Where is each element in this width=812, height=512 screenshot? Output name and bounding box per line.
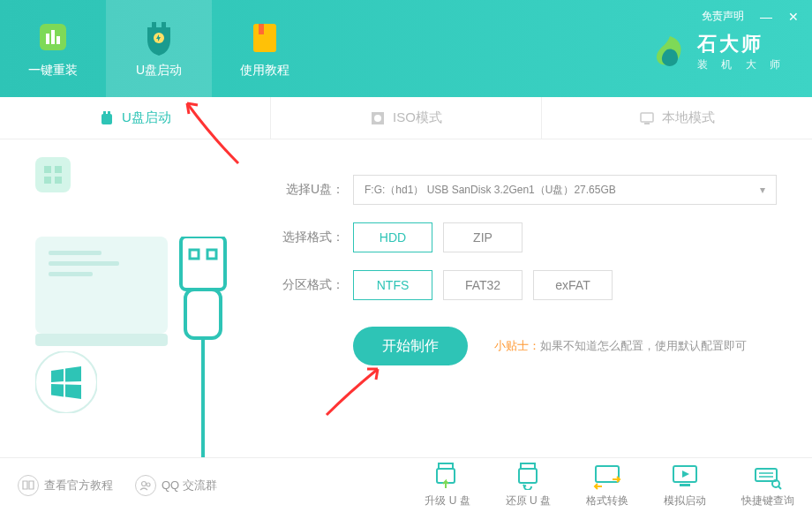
svg-rect-11 [102,114,112,124]
tool-restore-usb[interactable]: 还原 U 盘 [506,462,551,508]
nav-reinstall[interactable]: 一键重装 [0,0,106,97]
svg-rect-3 [56,36,60,44]
svg-line-44 [778,486,781,489]
qq-group-link[interactable]: QQ 交流群 [135,475,217,496]
svg-rect-22 [35,334,168,346]
window-controls: 免责声明 — ✕ [702,9,799,24]
simulate-icon [671,462,699,490]
svg-rect-15 [644,123,650,124]
tool-upgrade-usb[interactable]: 升级 U 盘 [425,462,470,508]
keyboard-search-icon [754,462,782,490]
svg-point-13 [374,115,381,122]
partition-label: 分区格式： [274,277,344,293]
svg-rect-2 [51,30,55,44]
svg-rect-29 [207,250,216,259]
usb-select-dropdown[interactable]: F:G:（hd1） USB SanDisk 3.2Gen1（U盘）27.65GB… [353,175,777,205]
brand: 石大师 装 机 大 师 [651,31,786,72]
tab-usb-boot[interactable]: U盘启动 [0,97,270,139]
svg-rect-23 [49,251,102,255]
svg-rect-28 [190,250,199,259]
usb-select-row: 选择U盘： F:G:（hd1） USB SanDisk 3.2Gen1（U盘）2… [274,175,786,205]
svg-rect-19 [44,177,51,184]
format-option-hdd[interactable]: HDD [353,222,432,252]
main-nav: 一键重装 U盘启动 使用教程 [0,0,318,97]
monitor-icon [639,110,655,126]
svg-rect-5 [162,22,166,27]
convert-icon [593,462,621,490]
partition-option-ntfs[interactable]: NTFS [353,270,432,300]
chevron-down-icon: ▾ [760,184,765,196]
nav-tutorial[interactable]: 使用教程 [212,0,318,97]
svg-rect-7 [253,24,276,52]
svg-point-26 [35,351,97,413]
action-row: 开始制作 小贴士：如果不知道怎么配置，使用默认配置即可 [353,327,786,365]
svg-point-31 [142,481,147,486]
svg-rect-25 [49,272,93,276]
tool-hotkey-lookup[interactable]: 快捷键查询 [741,462,794,508]
svg-rect-1 [46,34,49,44]
svg-rect-18 [55,166,62,173]
svg-rect-8 [259,24,264,34]
people-icon [135,475,156,496]
windows-logo-icon [35,351,97,413]
usb-cable-icon [159,237,238,457]
svg-rect-36 [519,469,537,483]
tab-local-mode[interactable]: 本地模式 [541,97,812,139]
svg-rect-40 [756,469,777,481]
partition-row: 分区格式： NTFS FAT32 exFAT [274,270,786,300]
nav-usb-boot[interactable]: U盘启动 [106,0,212,97]
svg-rect-30 [185,290,221,338]
windows-deco-icon [35,157,71,192]
minimize-button[interactable]: — [760,10,772,24]
partition-option-fat32[interactable]: FAT32 [443,270,523,300]
main-content: 选择U盘： F:G:（hd1） USB SanDisk 3.2Gen1（U盘）2… [0,139,812,457]
footer: 查看官方教程 QQ 交流群 升级 U 盘 还原 U 盘 格式转换 模拟启动 快捷… [0,457,812,512]
mode-tabs: U盘启动 ISO模式 本地模式 [0,97,812,139]
svg-rect-17 [44,166,51,173]
start-button[interactable]: 开始制作 [353,327,468,365]
illustration-panel [0,139,265,457]
svg-rect-16 [35,157,71,192]
nav-label: U盘启动 [136,63,182,79]
svg-rect-10 [108,111,110,114]
usb-icon [99,110,115,126]
svg-rect-14 [641,113,653,122]
upgrade-usb-icon [433,462,462,490]
nav-label: 使用教程 [240,63,289,79]
tab-iso-mode[interactable]: ISO模式 [270,97,541,139]
tool-format-convert[interactable]: 格式转换 [586,462,628,508]
svg-point-32 [147,483,150,486]
svg-rect-27 [181,237,225,290]
tip-text: 小贴士：如果不知道怎么配置，使用默认配置即可 [494,338,747,354]
tutorial-link[interactable]: 查看官方教程 [18,475,113,496]
reinstall-icon [34,19,71,56]
svg-rect-4 [152,22,156,27]
format-label: 选择格式： [274,230,344,245]
iso-icon [370,110,386,126]
svg-rect-20 [55,177,62,184]
svg-rect-24 [49,261,119,266]
brand-title: 石大师 [697,31,786,57]
usb-select-label: 选择U盘： [274,182,344,198]
app-header: 免责声明 — ✕ 一键重装 U盘启动 使用教程 石大师 [0,0,812,97]
close-button[interactable]: ✕ [788,10,799,24]
book-icon [246,19,283,56]
disclaimer-link[interactable]: 免责声明 [702,9,744,24]
usb-shield-icon [140,19,177,56]
partition-option-exfat[interactable]: exFAT [533,270,613,300]
svg-rect-9 [103,111,106,114]
brand-logo-icon [651,34,688,71]
config-panel: 选择U盘： F:G:（hd1） USB SanDisk 3.2Gen1（U盘）2… [265,139,812,457]
tool-simulate-boot[interactable]: 模拟启动 [664,462,706,508]
brand-subtitle: 装 机 大 师 [697,57,786,72]
restore-usb-icon [514,462,542,490]
nav-label: 一键重装 [28,63,78,79]
format-row: 选择格式： HDD ZIP [274,222,786,252]
format-option-zip[interactable]: ZIP [443,222,523,252]
book-open-icon [18,475,39,496]
svg-rect-39 [680,484,690,486]
